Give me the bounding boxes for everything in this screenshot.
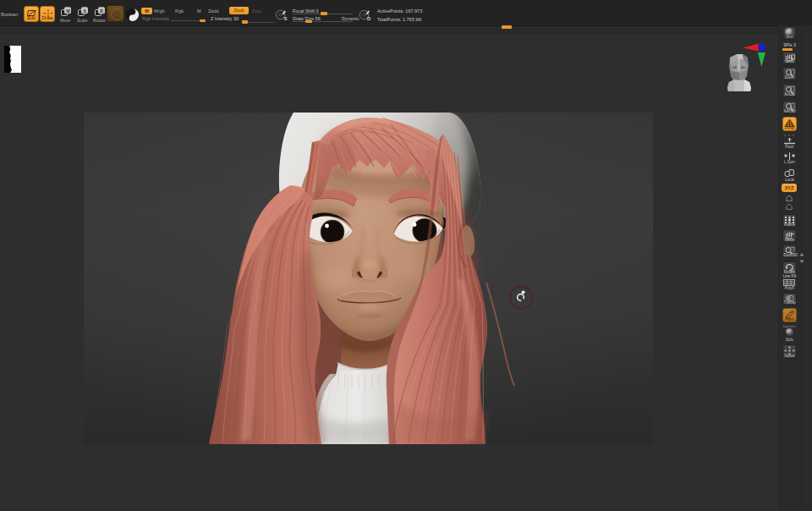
svg-text:R: R	[100, 8, 103, 14]
svg-text:M: M	[66, 8, 69, 14]
svg-text:S: S	[284, 16, 288, 21]
svg-text:D: D	[367, 16, 371, 21]
